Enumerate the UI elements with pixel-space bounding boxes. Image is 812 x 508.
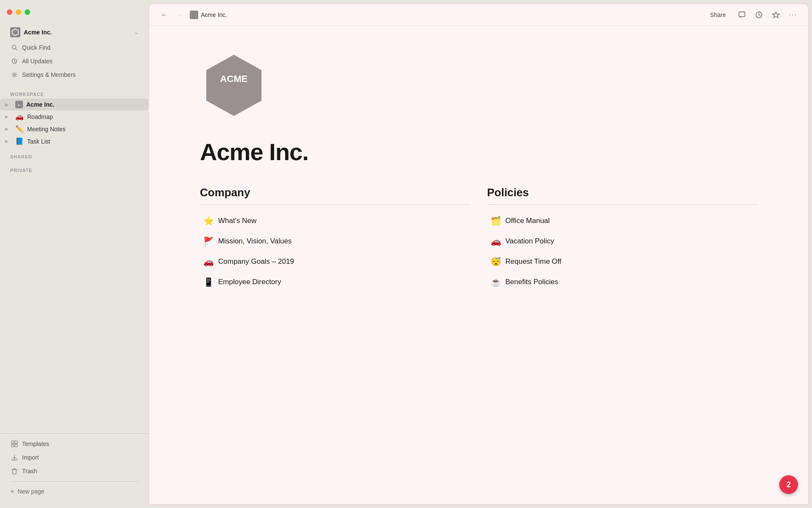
- svg-rect-16: [739, 12, 745, 17]
- settings-icon: [10, 71, 19, 79]
- list-item-mission[interactable]: 🚩 Mission, Vision, Values: [200, 232, 470, 251]
- roadmap-icon: 🚗: [15, 113, 24, 121]
- svg-rect-10: [15, 441, 17, 443]
- maximize-button[interactable]: [25, 9, 30, 15]
- history-button[interactable]: [752, 8, 766, 22]
- sidebar-item-acme-label: Acme Inc.: [26, 101, 54, 108]
- sidebar-item-roadmap[interactable]: ▶ 🚗 Roadmap: [0, 110, 149, 123]
- car-icon: 🚗: [203, 257, 214, 267]
- workspace-name: Acme Inc.: [24, 29, 131, 36]
- quick-find-label: Quick Find: [22, 44, 51, 51]
- templates-item[interactable]: Templates: [5, 437, 143, 451]
- policies-list: 🗂️ Office Manual 🚗 Vacation Policy 😴 Req…: [487, 212, 758, 291]
- svg-line-5: [14, 62, 16, 62]
- notification-badge[interactable]: 2: [779, 475, 798, 494]
- list-item-goals[interactable]: 🚗 Company Goals – 2019: [200, 252, 470, 271]
- chevron-right-icon: ▶: [5, 139, 12, 144]
- vacation-policy-label: Vacation Policy: [506, 237, 554, 246]
- office-manual-label: Office Manual: [506, 217, 550, 225]
- sidebar-item-task-list-label: Task List: [27, 138, 50, 145]
- page-title: Acme Inc.: [200, 138, 757, 166]
- svg-rect-11: [11, 444, 14, 447]
- svg-marker-19: [206, 55, 261, 116]
- svg-line-2: [16, 49, 17, 51]
- list-item-whats-new[interactable]: ⭐ What's New: [200, 212, 470, 230]
- company-list: ⭐ What's New 🚩 Mission, Vision, Values 🚗…: [200, 212, 470, 291]
- all-updates-label: All Updates: [22, 58, 53, 65]
- sidebar-bottom: Templates Import Trash: [0, 433, 149, 508]
- list-item-office-manual[interactable]: 🗂️ Office Manual: [487, 212, 758, 230]
- svg-marker-15: [191, 12, 197, 18]
- close-button[interactable]: [7, 9, 12, 15]
- plus-icon: +: [10, 488, 14, 495]
- workspace-chevron-icon: ⌄: [134, 29, 138, 35]
- sidebar-item-acme-inc[interactable]: ▶ AC Acme Inc.: [0, 99, 149, 110]
- whats-new-label: What's New: [218, 217, 256, 225]
- import-label: Import: [22, 454, 39, 461]
- sidebar-item-meeting-notes-label: Meeting Notes: [27, 126, 65, 133]
- star-icon: ⭐: [203, 216, 214, 226]
- list-item-benefits[interactable]: ☕ Benefits Policies: [487, 273, 758, 291]
- quick-find-item[interactable]: Quick Find: [5, 41, 143, 54]
- goals-label: Company Goals – 2019: [218, 257, 294, 266]
- svg-text:AC: AC: [18, 104, 20, 106]
- list-item-request-time-off[interactable]: 😴 Request Time Off: [487, 252, 758, 271]
- settings-members-item[interactable]: Settings & Members: [5, 68, 143, 82]
- chevron-right-icon: ▶: [5, 114, 12, 119]
- forward-button[interactable]: →: [173, 8, 186, 22]
- import-icon: [10, 453, 19, 462]
- sleeping-icon: 😴: [491, 257, 501, 267]
- comments-button[interactable]: [735, 8, 749, 22]
- back-button[interactable]: ←: [157, 8, 171, 22]
- breadcrumb-title: Acme Inc.: [201, 11, 227, 18]
- templates-label: Templates: [22, 440, 49, 447]
- new-page-button[interactable]: + New page: [5, 485, 143, 498]
- benefits-label: Benefits Policies: [506, 278, 559, 286]
- minimize-button[interactable]: [16, 9, 21, 15]
- list-item-vacation-policy[interactable]: 🚗 Vacation Policy: [487, 232, 758, 251]
- list-item-employee-directory[interactable]: 📱 Employee Directory: [200, 273, 470, 291]
- shared-section-label: SHARED: [0, 147, 149, 161]
- import-item[interactable]: Import: [5, 451, 143, 464]
- all-updates-item[interactable]: All Updates: [5, 54, 143, 68]
- topbar-actions: Share ···: [704, 8, 800, 22]
- mission-label: Mission, Vision, Values: [218, 237, 292, 246]
- acme-hexagon-logo: ACME: [200, 51, 268, 119]
- coffee-icon: ☕: [491, 277, 501, 287]
- sidebar-item-task-list[interactable]: ▶ 📘 Task List: [0, 135, 149, 147]
- trash-label: Trash: [22, 468, 37, 474]
- more-options-button[interactable]: ···: [786, 8, 800, 22]
- page-content: ACME Acme Inc. Company ⭐ What's New 🚩 Mi…: [149, 26, 808, 504]
- topbar: ← → Acme Inc. Share: [149, 4, 808, 26]
- content-grid: Company ⭐ What's New 🚩 Mission, Vision, …: [200, 186, 757, 291]
- workspace-icon: [10, 27, 20, 37]
- employee-directory-label: Employee Directory: [218, 278, 281, 286]
- svg-text:ACME: ACME: [220, 73, 248, 84]
- breadcrumb-icon: [190, 11, 198, 19]
- car2-icon: 🚗: [491, 236, 501, 246]
- svg-marker-0: [12, 29, 18, 36]
- window-chrome: [0, 0, 149, 24]
- private-section-label: PRIVATE: [0, 161, 149, 175]
- notification-count: 2: [787, 480, 791, 489]
- share-button[interactable]: Share: [704, 9, 732, 21]
- chevron-right-icon: ▶: [5, 127, 12, 131]
- policies-section: Policies 🗂️ Office Manual 🚗 Vacation Pol…: [487, 186, 758, 291]
- phone-icon: 📱: [203, 277, 214, 287]
- sidebar-divider: [10, 481, 138, 482]
- trash-icon: [10, 467, 19, 475]
- navigation-buttons: ← →: [157, 8, 186, 22]
- breadcrumb: Acme Inc.: [190, 11, 227, 19]
- sidebar-item-roadmap-label: Roadmap: [27, 113, 53, 120]
- trash-item[interactable]: Trash: [5, 464, 143, 478]
- workspace-header[interactable]: Acme Inc. ⌄: [5, 24, 143, 41]
- sidebar: Acme Inc. ⌄ Quick Find All Upda: [0, 0, 149, 508]
- search-icon: [10, 43, 19, 52]
- task-list-icon: 📘: [15, 137, 24, 145]
- favorite-button[interactable]: [769, 8, 783, 22]
- main-content: ← → Acme Inc. Share: [149, 3, 809, 505]
- folder-icon: 🗂️: [491, 216, 501, 226]
- clock-icon: [10, 57, 19, 65]
- svg-rect-9: [11, 441, 14, 443]
- sidebar-item-meeting-notes[interactable]: ▶ ✏️ Meeting Notes: [0, 123, 149, 135]
